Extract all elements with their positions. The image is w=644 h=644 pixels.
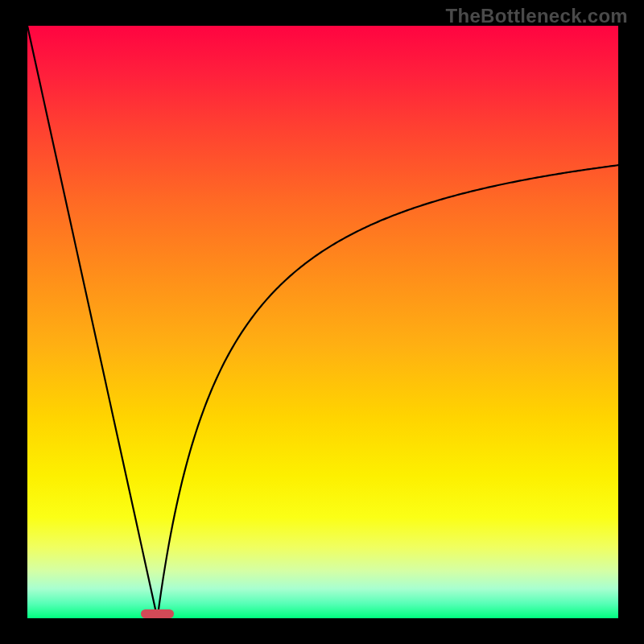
watermark-text: TheBottleneck.com	[446, 5, 628, 27]
plot-area	[27, 26, 618, 618]
optimum-marker	[141, 609, 173, 618]
chart-frame: TheBottleneck.com	[0, 0, 644, 644]
